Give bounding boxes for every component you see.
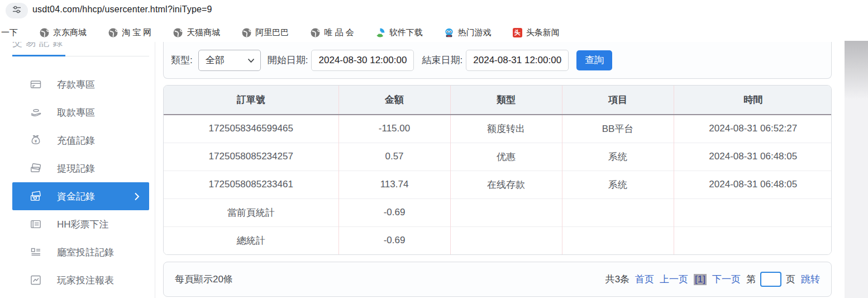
type-select-value: 全部 <box>206 54 225 67</box>
sidebar-item-withdrawal-records[interactable]: 提現記錄 <box>12 154 149 182</box>
first-page-link[interactable]: 首页 <box>635 273 654 286</box>
bookmark-label: 软件下载 <box>389 27 423 38</box>
table-cell: -0.69 <box>338 226 450 254</box>
table-cell <box>450 198 562 226</box>
clipped-tab-text: 交易記錄 <box>12 42 149 50</box>
sidebar-item-player-bet-report[interactable]: 玩家投注報表 <box>12 266 149 294</box>
table-cell: 2024-08-31 06:48:05 <box>674 143 832 171</box>
table-cell: 1725058085233461 <box>164 171 338 198</box>
start-date-input[interactable] <box>311 50 414 71</box>
table-cell: 在线存款 <box>450 171 562 198</box>
sidebar-item-label: HH彩票下注 <box>57 218 109 231</box>
table-cell <box>450 226 562 254</box>
table-cell: 额度转出 <box>450 115 562 143</box>
cards-icon <box>29 162 42 175</box>
bookmark-item-toutiao-news[interactable]: 头头条新闻 <box>513 27 560 38</box>
column-header: 時間 <box>674 86 832 115</box>
site-permissions-chip[interactable] <box>6 3 28 18</box>
url-text[interactable]: usdt04.com/hhcp/usercenter.html?iniType=… <box>32 4 212 15</box>
table-row: 1725058346599465-115.00额度转出BB平台2024-08-3… <box>164 115 832 143</box>
bookmark-label: 热门游戏 <box>458 27 492 38</box>
table-cell: 系统 <box>562 171 674 198</box>
bookmark-item-jd-mall[interactable]: 京东商城 <box>39 27 87 38</box>
table-cell: 1725058085234257 <box>164 143 338 171</box>
sidebar-item-label: 廳室投註記錄 <box>57 246 114 259</box>
table-cell: 2024-08-31 06:48:05 <box>674 171 832 198</box>
game-icon <box>444 27 454 37</box>
table-row: 總統計-0.69 <box>164 226 832 254</box>
bookmark-item-search-partial[interactable]: 一下 <box>1 27 18 38</box>
bookmark-label: 头条新闻 <box>526 27 560 38</box>
table-cell <box>674 226 832 254</box>
grid-icon <box>29 245 42 259</box>
globe-icon <box>39 27 49 37</box>
bookmark-item-vip[interactable]: 唯 品 会 <box>310 27 354 38</box>
sidebar-item-withdraw-zone[interactable]: 取款專區 <box>12 98 149 126</box>
end-date-input[interactable] <box>466 50 569 71</box>
sidebar-item-label: 存款專區 <box>57 78 95 91</box>
sidebar-menu: 存款專區取款專區¥充值記錄提現記錄資金記錄HH彩票下注廳室投註記錄玩家投注報表 <box>12 70 149 294</box>
table-cell: 總統計 <box>164 226 338 254</box>
bookmark-item-tmall[interactable]: 天猫商城 <box>173 27 220 38</box>
start-date-label: 開始日期: <box>268 54 308 67</box>
column-header: 訂單號 <box>164 86 338 115</box>
table-cell <box>674 198 832 226</box>
bookmarks-bar: 一下京东商城淘 宝 网天猫商城阿里巴巴唯 品 会软件下载热门游戏头头条新闻 <box>1 23 843 41</box>
table-cell: -115.00 <box>338 115 450 143</box>
sidebar-item-label: 資金記錄 <box>57 190 95 203</box>
bookmark-label: 淘 宝 网 <box>122 27 151 38</box>
table-header-row: 訂單號金額類型項目時間 <box>164 86 832 115</box>
table-cell: 1725058346599465 <box>164 115 338 143</box>
column-header: 類型 <box>450 86 562 115</box>
browser-address-bar[interactable]: usdt04.com/hhcp/usercenter.html?iniType=… <box>0 0 868 21</box>
column-header: 項目 <box>562 86 674 115</box>
type-select[interactable]: 全部 <box>198 50 261 71</box>
table-cell: -0.69 <box>338 198 450 226</box>
table-cell: 2024-08-31 06:52:27 <box>674 115 832 143</box>
current-page-indicator[interactable]: [1] <box>694 274 707 285</box>
sidebar-item-hh-lottery-bets[interactable]: HH彩票下注 <box>12 210 149 238</box>
table-body: 1725058346599465-115.00额度转出BB平台2024-08-3… <box>164 115 832 254</box>
globe-icon <box>241 27 251 37</box>
globe-icon <box>310 27 320 37</box>
wallet-icon <box>29 190 42 203</box>
sidebar-item-deposit-zone[interactable]: 存款專區 <box>12 70 149 98</box>
jump-suffix-text: 页 <box>786 273 795 286</box>
chevron-down-icon <box>247 55 255 66</box>
bookmark-label: 唯 品 会 <box>324 27 354 38</box>
globe-icon <box>108 27 118 37</box>
query-button[interactable]: 查詢 <box>576 50 612 70</box>
report-icon <box>29 273 42 287</box>
column-header: 金額 <box>338 86 450 115</box>
type-label: 類型: <box>171 54 193 67</box>
scrollbar[interactable] <box>845 41 868 298</box>
bookmark-item-taobao[interactable]: 淘 宝 网 <box>108 27 151 38</box>
deposit-card-icon <box>29 78 42 91</box>
page-jump-input[interactable] <box>760 272 781 287</box>
records-table-panel: 訂單號金額類型項目時間 1725058346599465-115.00额度转出B… <box>163 85 832 255</box>
main-content: 類型: 全部 開始日期: 結束日期: 查詢 訂單號金額類型項目時間 172505… <box>163 42 832 297</box>
prev-page-link[interactable]: 上一页 <box>660 273 688 286</box>
sidebar-item-recharge-records[interactable]: ¥充值記錄 <box>12 126 149 154</box>
bookmark-item-hot-games[interactable]: 热门游戏 <box>444 27 492 38</box>
sidebar-item-label: 取款專區 <box>57 106 95 119</box>
ticket-icon <box>29 217 42 231</box>
records-table: 訂單號金額類型項目時間 1725058346599465-115.00额度转出B… <box>164 86 832 254</box>
sidebar-item-funds-records[interactable]: 資金記錄 <box>12 182 149 210</box>
site-settings-icon <box>12 5 21 16</box>
sidebar-item-room-bet-records[interactable]: 廳室投註記錄 <box>12 238 149 266</box>
bookmark-item-alibaba[interactable]: 阿里巴巴 <box>241 27 289 38</box>
total-count-text: 共3条 <box>605 273 629 286</box>
bookmark-item-software-download[interactable]: 软件下载 <box>375 27 423 38</box>
bookmark-label: 阿里巴巴 <box>255 27 289 38</box>
page-size-text: 每頁顯示20條 <box>175 273 233 286</box>
software-icon <box>375 27 385 37</box>
bookmark-label: 京东商城 <box>53 27 87 38</box>
sidebar-item-label: 充值記錄 <box>57 134 95 147</box>
sidebar-divider <box>155 42 155 298</box>
pager: 共3条 首页 上一页 [1] 下一页 第 页 跳转 <box>605 272 820 287</box>
table-row: 1725058085233461113.74在线存款系统2024-08-31 0… <box>164 171 832 198</box>
next-page-link[interactable]: 下一页 <box>712 273 741 286</box>
jump-button[interactable]: 跳转 <box>801 273 820 286</box>
bookmark-label: 一下 <box>1 27 18 38</box>
